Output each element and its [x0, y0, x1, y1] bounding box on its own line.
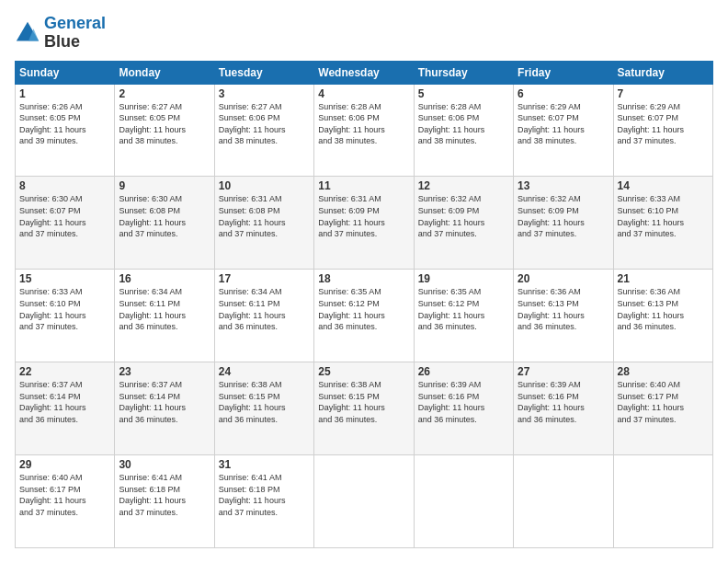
- day-number: 1: [19, 87, 110, 100]
- calendar-week-row: 29 Sunrise: 6:40 AMSunset: 6:17 PMDaylig…: [16, 455, 713, 548]
- weekday-header: Tuesday: [214, 61, 313, 84]
- calendar-cell: [613, 455, 712, 548]
- day-number: 28: [618, 365, 709, 378]
- day-number: 14: [618, 179, 709, 192]
- day-number: 9: [119, 179, 210, 192]
- calendar-week-row: 15 Sunrise: 6:33 AMSunset: 6:10 PMDaylig…: [16, 270, 713, 362]
- day-info: Sunrise: 6:39 AMSunset: 6:16 PMDaylight:…: [418, 379, 509, 425]
- calendar-cell: 29 Sunrise: 6:40 AMSunset: 6:17 PMDaylig…: [16, 455, 115, 548]
- calendar-cell: 16 Sunrise: 6:34 AMSunset: 6:11 PMDaylig…: [115, 270, 214, 362]
- calendar-cell: 14 Sunrise: 6:33 AMSunset: 6:10 PMDaylig…: [613, 177, 712, 270]
- day-number: 6: [518, 87, 609, 100]
- day-info: Sunrise: 6:26 AMSunset: 6:05 PMDaylight:…: [19, 101, 110, 147]
- calendar-cell: 3 Sunrise: 6:27 AMSunset: 6:06 PMDayligh…: [214, 84, 313, 177]
- day-info: Sunrise: 6:37 AMSunset: 6:14 PMDaylight:…: [119, 379, 210, 425]
- calendar-cell: 7 Sunrise: 6:29 AMSunset: 6:07 PMDayligh…: [613, 84, 712, 177]
- day-number: 23: [119, 365, 210, 378]
- day-info: Sunrise: 6:37 AMSunset: 6:14 PMDaylight:…: [19, 379, 110, 425]
- day-number: 10: [219, 179, 310, 192]
- calendar-cell: 13 Sunrise: 6:32 AMSunset: 6:09 PMDaylig…: [514, 177, 613, 270]
- calendar-cell: 20 Sunrise: 6:36 AMSunset: 6:13 PMDaylig…: [514, 270, 613, 362]
- calendar-cell: 10 Sunrise: 6:31 AMSunset: 6:08 PMDaylig…: [214, 177, 313, 270]
- calendar-week-row: 22 Sunrise: 6:37 AMSunset: 6:14 PMDaylig…: [16, 362, 713, 455]
- calendar-cell: 23 Sunrise: 6:37 AMSunset: 6:14 PMDaylig…: [115, 362, 214, 455]
- day-number: 22: [19, 365, 110, 378]
- calendar-cell: 5 Sunrise: 6:28 AMSunset: 6:06 PMDayligh…: [414, 84, 513, 177]
- day-info: Sunrise: 6:32 AMSunset: 6:09 PMDaylight:…: [418, 193, 509, 239]
- day-info: Sunrise: 6:28 AMSunset: 6:06 PMDaylight:…: [418, 101, 509, 147]
- day-info: Sunrise: 6:36 AMSunset: 6:13 PMDaylight:…: [518, 286, 609, 332]
- calendar-cell: 28 Sunrise: 6:40 AMSunset: 6:17 PMDaylig…: [613, 362, 712, 455]
- weekday-header: Sunday: [16, 61, 115, 84]
- day-number: 13: [518, 179, 609, 192]
- day-info: Sunrise: 6:30 AMSunset: 6:07 PMDaylight:…: [19, 193, 110, 239]
- weekday-header: Thursday: [414, 61, 513, 84]
- day-info: Sunrise: 6:29 AMSunset: 6:07 PMDaylight:…: [618, 101, 709, 147]
- day-info: Sunrise: 6:39 AMSunset: 6:16 PMDaylight:…: [518, 379, 609, 425]
- day-number: 19: [418, 272, 509, 285]
- calendar-cell: [514, 455, 613, 548]
- day-info: Sunrise: 6:34 AMSunset: 6:11 PMDaylight:…: [219, 286, 310, 332]
- calendar-week-row: 1 Sunrise: 6:26 AMSunset: 6:05 PMDayligh…: [16, 84, 713, 177]
- day-number: 27: [518, 365, 609, 378]
- day-info: Sunrise: 6:40 AMSunset: 6:17 PMDaylight:…: [618, 379, 709, 425]
- calendar-cell: 30 Sunrise: 6:41 AMSunset: 6:18 PMDaylig…: [115, 455, 214, 548]
- day-number: 18: [318, 272, 409, 285]
- calendar-cell: 27 Sunrise: 6:39 AMSunset: 6:16 PMDaylig…: [514, 362, 613, 455]
- day-info: Sunrise: 6:29 AMSunset: 6:07 PMDaylight:…: [518, 101, 609, 147]
- day-info: Sunrise: 6:31 AMSunset: 6:09 PMDaylight:…: [318, 193, 409, 239]
- calendar-cell: 18 Sunrise: 6:35 AMSunset: 6:12 PMDaylig…: [314, 270, 414, 362]
- day-number: 8: [19, 179, 110, 192]
- day-number: 11: [318, 179, 409, 192]
- logo-icon: [15, 20, 40, 46]
- day-number: 17: [219, 272, 310, 285]
- day-number: 24: [219, 365, 310, 378]
- day-info: Sunrise: 6:27 AMSunset: 6:05 PMDaylight:…: [119, 101, 210, 147]
- day-info: Sunrise: 6:34 AMSunset: 6:11 PMDaylight:…: [119, 286, 210, 332]
- day-number: 3: [219, 87, 310, 100]
- calendar-cell: 6 Sunrise: 6:29 AMSunset: 6:07 PMDayligh…: [514, 84, 613, 177]
- day-number: 4: [318, 87, 409, 100]
- day-number: 30: [119, 458, 210, 471]
- day-number: 5: [418, 87, 509, 100]
- day-info: Sunrise: 6:41 AMSunset: 6:18 PMDaylight:…: [219, 472, 310, 518]
- day-info: Sunrise: 6:35 AMSunset: 6:12 PMDaylight:…: [418, 286, 509, 332]
- day-info: Sunrise: 6:38 AMSunset: 6:15 PMDaylight:…: [318, 379, 409, 425]
- day-info: Sunrise: 6:33 AMSunset: 6:10 PMDaylight:…: [618, 193, 709, 239]
- day-info: Sunrise: 6:40 AMSunset: 6:17 PMDaylight:…: [19, 472, 110, 518]
- weekday-header: Wednesday: [314, 61, 414, 84]
- day-number: 2: [119, 87, 210, 100]
- calendar-cell: 1 Sunrise: 6:26 AMSunset: 6:05 PMDayligh…: [16, 84, 115, 177]
- day-info: Sunrise: 6:28 AMSunset: 6:06 PMDaylight:…: [318, 101, 409, 147]
- calendar-cell: 24 Sunrise: 6:38 AMSunset: 6:15 PMDaylig…: [214, 362, 313, 455]
- calendar-week-row: 8 Sunrise: 6:30 AMSunset: 6:07 PMDayligh…: [16, 177, 713, 270]
- day-info: Sunrise: 6:41 AMSunset: 6:18 PMDaylight:…: [119, 472, 210, 518]
- day-number: 15: [19, 272, 110, 285]
- calendar-table: SundayMondayTuesdayWednesdayThursdayFrid…: [15, 61, 713, 548]
- calendar-cell: 31 Sunrise: 6:41 AMSunset: 6:18 PMDaylig…: [214, 455, 313, 548]
- calendar-cell: 2 Sunrise: 6:27 AMSunset: 6:05 PMDayligh…: [115, 84, 214, 177]
- weekday-header: Friday: [514, 61, 613, 84]
- calendar-cell: 9 Sunrise: 6:30 AMSunset: 6:08 PMDayligh…: [115, 177, 214, 270]
- calendar-cell: 4 Sunrise: 6:28 AMSunset: 6:06 PMDayligh…: [314, 84, 414, 177]
- day-number: 29: [19, 458, 110, 471]
- weekday-header: Monday: [115, 61, 214, 84]
- day-info: Sunrise: 6:36 AMSunset: 6:13 PMDaylight:…: [618, 286, 709, 332]
- calendar-cell: [414, 455, 513, 548]
- day-info: Sunrise: 6:38 AMSunset: 6:15 PMDaylight:…: [219, 379, 310, 425]
- calendar-cell: [314, 455, 414, 548]
- calendar-cell: 8 Sunrise: 6:30 AMSunset: 6:07 PMDayligh…: [16, 177, 115, 270]
- calendar-cell: 17 Sunrise: 6:34 AMSunset: 6:11 PMDaylig…: [214, 270, 313, 362]
- day-number: 16: [119, 272, 210, 285]
- calendar-cell: 25 Sunrise: 6:38 AMSunset: 6:15 PMDaylig…: [314, 362, 414, 455]
- day-info: Sunrise: 6:33 AMSunset: 6:10 PMDaylight:…: [19, 286, 110, 332]
- calendar-cell: 19 Sunrise: 6:35 AMSunset: 6:12 PMDaylig…: [414, 270, 513, 362]
- calendar-cell: 26 Sunrise: 6:39 AMSunset: 6:16 PMDaylig…: [414, 362, 513, 455]
- logo: General Blue: [15, 15, 106, 52]
- calendar-cell: 11 Sunrise: 6:31 AMSunset: 6:09 PMDaylig…: [314, 177, 414, 270]
- day-number: 21: [618, 272, 709, 285]
- day-info: Sunrise: 6:32 AMSunset: 6:09 PMDaylight:…: [518, 193, 609, 239]
- day-info: Sunrise: 6:31 AMSunset: 6:08 PMDaylight:…: [219, 193, 310, 239]
- page: General Blue SundayMondayTuesdayWednesda…: [0, 0, 728, 563]
- day-number: 25: [318, 365, 409, 378]
